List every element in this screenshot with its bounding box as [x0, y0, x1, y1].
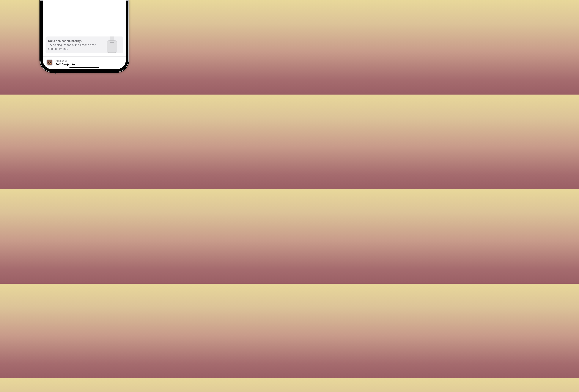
content-area: Don't see people nearby? Try holding the…: [43, 0, 126, 69]
home-indicator[interactable]: [70, 67, 99, 68]
appear-as-label: Appear as: [56, 59, 75, 63]
phone-screen: Don't see people nearby? Try holding the…: [43, 0, 126, 69]
profile-name: Jeff Benjamin: [56, 63, 75, 66]
phone-frame: Don't see people nearby? Try holding the…: [39, 0, 129, 73]
svg-rect-1: [110, 42, 114, 43]
avatar-emoji: 🐻: [47, 60, 53, 65]
svg-rect-2: [110, 36, 114, 41]
phone-proximity-icon: [107, 36, 117, 53]
hint-title: Don't see people nearby?: [48, 39, 101, 43]
hint-text-block: Don't see people nearby? Try holding the…: [48, 39, 101, 51]
avatar: 🐻: [46, 59, 53, 67]
hint-description: Try holding the top of this iPhone near …: [48, 43, 101, 51]
antenna-band: [55, 73, 56, 74]
nearby-hint-card: Don't see people nearby? Try holding the…: [46, 36, 123, 53]
profile-text-block: Appear as Jeff Benjamin: [56, 59, 75, 66]
